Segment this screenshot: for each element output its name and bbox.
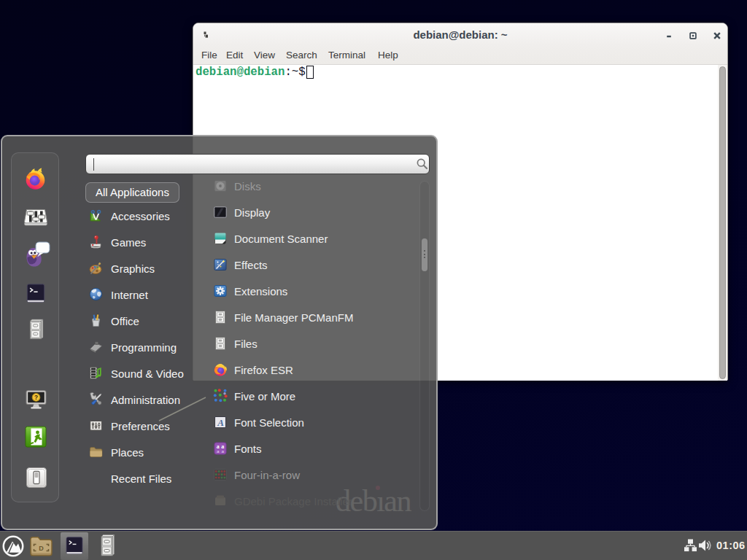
svg-text:D: D bbox=[39, 545, 44, 552]
svg-text:?: ? bbox=[34, 394, 38, 401]
svg-text:a: a bbox=[221, 448, 224, 454]
svg-text:a: a bbox=[217, 448, 220, 454]
svg-text:A: A bbox=[217, 417, 224, 428]
